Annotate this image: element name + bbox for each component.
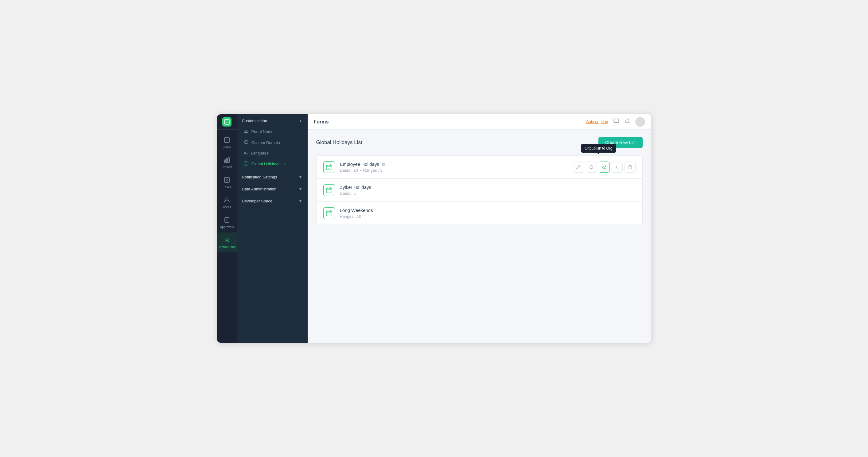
long-weekends-name: Long Weekends bbox=[340, 208, 636, 213]
employee-holidays-name-text: Employee Holidays bbox=[340, 161, 379, 167]
tooltip-text: Unpublish to Org bbox=[585, 146, 612, 151]
top-header: Forms Subscription bbox=[308, 114, 651, 130]
logo-icon bbox=[222, 117, 231, 126]
employee-holidays-meta: Dates : 10 ● Ranges : 3 bbox=[340, 168, 568, 173]
menu-item-portal-name[interactable]: 🏷 Portal Name bbox=[237, 126, 307, 137]
menu-item-language[interactable]: Aₐ Language bbox=[237, 148, 307, 158]
portal-name-label: Portal Name bbox=[251, 129, 274, 134]
customisation-header[interactable]: Customisation ▲ bbox=[237, 114, 307, 126]
control-panel-icon bbox=[223, 237, 230, 244]
global-holidays-label: Global Holidays List bbox=[251, 161, 287, 166]
meta-dot: ● bbox=[360, 169, 361, 172]
notification-settings-header[interactable]: Notification Settings ▼ bbox=[237, 171, 307, 182]
app-title: Forms bbox=[314, 119, 583, 125]
zylker-holidays-name-text: Zylker Holidays bbox=[340, 185, 372, 190]
developer-space-header[interactable]: Developer Space ▼ bbox=[237, 194, 307, 206]
sidebar-item-approvals[interactable]: Approvals bbox=[217, 213, 237, 233]
control-panel-nav-label: Control Panel bbox=[218, 245, 237, 249]
developer-space-section: Developer Space ▼ bbox=[237, 194, 307, 206]
long-weekends-name-text: Long Weekends bbox=[340, 208, 373, 213]
user-avatar[interactable] bbox=[635, 117, 645, 127]
developer-space-label: Developer Space bbox=[242, 199, 273, 203]
svg-rect-36 bbox=[629, 166, 631, 169]
zylker-holidays-info: Zylker Holidays Dates : 5 bbox=[340, 185, 636, 195]
menu-item-global-holidays[interactable]: 31 Global Holidays List bbox=[237, 158, 307, 169]
notification-settings-label: Notification Settings bbox=[242, 175, 277, 179]
header-actions: Subscription bbox=[586, 117, 645, 127]
notification-settings-chevron: ▼ bbox=[299, 175, 303, 179]
chat-icon-button[interactable] bbox=[613, 118, 619, 126]
app-logo bbox=[217, 114, 237, 130]
long-weekends-calendar-icon bbox=[323, 207, 335, 219]
customisation-label: Customisation bbox=[242, 119, 267, 123]
holiday-card-employee: 31 Employee Holidays ⧉ Dates : 10 ● Rang… bbox=[316, 155, 643, 178]
delete-button-employee[interactable] bbox=[624, 161, 636, 173]
employee-card-actions: A A bbox=[573, 161, 636, 173]
svg-point-17 bbox=[226, 239, 228, 241]
svg-text:31: 31 bbox=[245, 163, 247, 165]
forms-nav-label: Forms bbox=[223, 146, 231, 149]
data-administration-section: Data Administration ▼ bbox=[237, 182, 307, 194]
sidebar-item-tasks[interactable]: Tasks bbox=[217, 173, 237, 192]
tasks-icon bbox=[223, 177, 230, 184]
customisation-chevron: ▲ bbox=[299, 119, 303, 123]
svg-rect-9 bbox=[226, 158, 227, 162]
holiday-card-long-weekends: Long Weekends Ranges : 10 bbox=[316, 202, 643, 225]
svg-rect-10 bbox=[228, 157, 229, 162]
reports-icon bbox=[223, 157, 230, 164]
svg-text:A: A bbox=[617, 167, 619, 170]
language-icon: Aₐ bbox=[244, 151, 248, 155]
zylker-dates-label: Dates : 5 bbox=[340, 191, 356, 195]
menu-sidebar: Customisation ▲ 🏷 Portal Name bbox=[237, 114, 308, 343]
employee-holidays-name: Employee Holidays ⧉ bbox=[340, 161, 568, 167]
custom-domain-label: Custom Domain bbox=[251, 140, 280, 145]
users-icon bbox=[223, 196, 230, 204]
employee-holidays-info: Employee Holidays ⧉ Dates : 10 ● Ranges … bbox=[340, 161, 568, 173]
svg-rect-41 bbox=[327, 211, 332, 216]
employee-ranges-label: Ranges : 3 bbox=[363, 168, 382, 173]
zylker-holidays-name: Zylker Holidays bbox=[340, 185, 636, 190]
sidebar-item-control-panel[interactable]: Control Panel bbox=[217, 233, 237, 252]
custom-domain-icon bbox=[244, 140, 248, 145]
employee-dates-label: Dates : 10 bbox=[340, 168, 358, 173]
refresh-button-employee[interactable] bbox=[586, 161, 597, 173]
unpublish-tooltip: Unpublish to Org bbox=[581, 144, 616, 153]
data-administration-label: Data Administration bbox=[242, 187, 277, 191]
sidebar-item-forms[interactable]: Forms bbox=[217, 133, 237, 153]
forms-icon bbox=[223, 137, 230, 144]
main-content: Forms Subscription bbox=[308, 114, 651, 343]
notification-icon-button[interactable] bbox=[624, 118, 630, 126]
translate-button-employee[interactable]: A A bbox=[612, 161, 623, 173]
menu-item-custom-domain[interactable]: Custom Domain bbox=[237, 137, 307, 148]
developer-space-chevron: ▼ bbox=[299, 199, 303, 203]
data-administration-header[interactable]: Data Administration ▼ bbox=[237, 182, 307, 194]
language-label: Language bbox=[251, 151, 269, 155]
sidebar-item-reports[interactable]: Reports bbox=[217, 153, 237, 173]
customisation-section: Customisation ▲ 🏷 Portal Name bbox=[237, 114, 307, 171]
long-weekends-info: Long Weekends Ranges : 10 bbox=[340, 208, 636, 219]
unpublish-button-employee[interactable] bbox=[599, 161, 610, 173]
zylker-holidays-calendar-icon bbox=[323, 184, 335, 196]
icon-sidebar: Forms Reports bbox=[217, 114, 237, 343]
approvals-icon bbox=[223, 216, 230, 224]
holiday-list: 31 Employee Holidays ⧉ Dates : 10 ● Rang… bbox=[316, 155, 643, 225]
icon-nav: Forms Reports bbox=[217, 130, 237, 343]
svg-rect-37 bbox=[327, 188, 332, 193]
zylker-holidays-meta: Dates : 5 bbox=[340, 191, 636, 195]
page-title: Global Holidays List bbox=[316, 140, 362, 146]
customisation-items: 🏷 Portal Name Custom Domain Aₐ bbox=[237, 126, 307, 171]
edit-button-employee[interactable] bbox=[573, 161, 584, 173]
copy-icon: ⧉ bbox=[382, 161, 385, 167]
sidebar-item-users[interactable]: Users bbox=[217, 192, 237, 213]
subscription-link[interactable]: Subscription bbox=[586, 119, 608, 124]
tasks-nav-label: Tasks bbox=[223, 185, 231, 189]
holiday-card-zylker: Zylker Holidays Dates : 5 bbox=[316, 178, 643, 202]
reports-nav-label: Reports bbox=[221, 165, 232, 169]
long-weekends-ranges-label: Ranges : 10 bbox=[340, 214, 361, 219]
global-holidays-icon: 31 bbox=[244, 161, 248, 166]
approvals-nav-label: Approvals bbox=[220, 225, 234, 229]
portal-name-icon: 🏷 bbox=[244, 129, 248, 134]
svg-rect-8 bbox=[224, 160, 226, 162]
notification-settings-section: Notification Settings ▼ bbox=[237, 171, 307, 182]
page-content: Global Holidays List Create New List 31 bbox=[308, 130, 651, 343]
